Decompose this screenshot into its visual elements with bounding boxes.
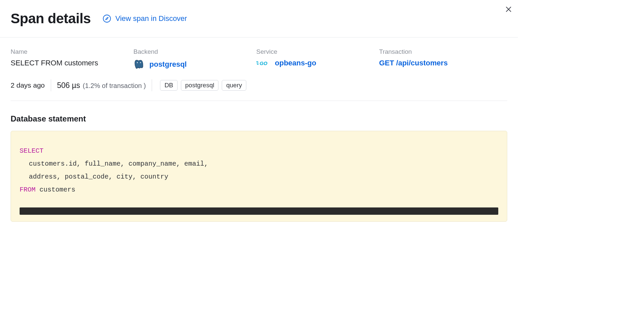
stats-row: 2 days ago 506 µs (1.2% of transaction )… — [11, 79, 507, 101]
divider — [51, 79, 51, 91]
view-in-discover-link[interactable]: View span in Discover — [103, 14, 187, 23]
svg-rect-5 — [257, 64, 259, 65]
sql-keyword-select: SELECT — [20, 147, 43, 155]
close-button[interactable] — [503, 4, 514, 15]
service-value: opbeans-go — [275, 59, 316, 67]
span-duration: 506 µs (1.2% of transaction ) — [57, 81, 146, 90]
meta-transaction: Transaction GET /api/customers — [379, 48, 507, 70]
discover-link-label: View span in Discover — [115, 14, 187, 23]
transaction-value: GET /api/customers — [379, 59, 448, 67]
page-title: Span details — [11, 11, 91, 27]
meta-value-name: SELECT FROM customers — [11, 59, 133, 67]
meta-name: Name SELECT FROM customers — [11, 48, 133, 70]
divider — [152, 79, 152, 91]
database-statement-title: Database statement — [11, 114, 507, 123]
span-details-flyout: Span details View span in Discover Name … — [0, 0, 518, 235]
duration-value: 506 µs — [57, 81, 80, 90]
svg-point-2 — [140, 62, 141, 63]
svg-rect-3 — [256, 61, 258, 62]
badge-list: DB postgresql query — [160, 80, 246, 91]
compass-icon — [103, 14, 111, 23]
meta-grid: Name SELECT FROM customers Backend postg… — [11, 48, 507, 70]
span-age: 2 days ago — [11, 81, 45, 89]
meta-label: Backend — [133, 48, 256, 55]
go-icon: GO — [256, 59, 270, 67]
horizontal-scrollbar[interactable] — [20, 207, 498, 215]
meta-label: Service — [256, 48, 379, 55]
meta-service: Service GO opbeans-go — [256, 48, 379, 70]
postgresql-icon — [133, 59, 145, 70]
svg-point-1 — [137, 62, 138, 63]
svg-rect-4 — [257, 63, 259, 63]
close-icon — [506, 6, 512, 12]
transaction-link[interactable]: GET /api/customers — [379, 59, 507, 67]
sql-line: customers.id, full_name, company_name, e… — [20, 157, 498, 170]
svg-point-0 — [103, 15, 111, 22]
sql-line: address, postal_code, city, country — [20, 170, 498, 183]
meta-backend: Backend postgresql — [133, 48, 256, 70]
duration-pct: (1.2% of transaction ) — [83, 82, 146, 90]
sql-line: SELECT — [20, 144, 498, 157]
database-statement-code[interactable]: SELECT customers.id, full_name, company_… — [11, 131, 507, 222]
backend-link[interactable]: postgresql — [133, 59, 256, 70]
backend-value: postgresql — [149, 60, 187, 69]
sql-line: FROM customers — [20, 183, 498, 196]
svg-text:GO: GO — [260, 60, 268, 66]
service-link[interactable]: GO opbeans-go — [256, 59, 379, 67]
meta-label: Transaction — [379, 48, 507, 55]
badge: postgresql — [181, 80, 219, 91]
sql-table: customers — [36, 186, 75, 194]
flyout-header: Span details View span in Discover — [0, 8, 518, 38]
sql-keyword-from: FROM — [20, 186, 36, 194]
badge: DB — [160, 80, 177, 91]
flyout-body: Name SELECT FROM customers Backend postg… — [0, 38, 518, 222]
badge: query — [222, 80, 246, 91]
meta-label: Name — [11, 48, 133, 55]
